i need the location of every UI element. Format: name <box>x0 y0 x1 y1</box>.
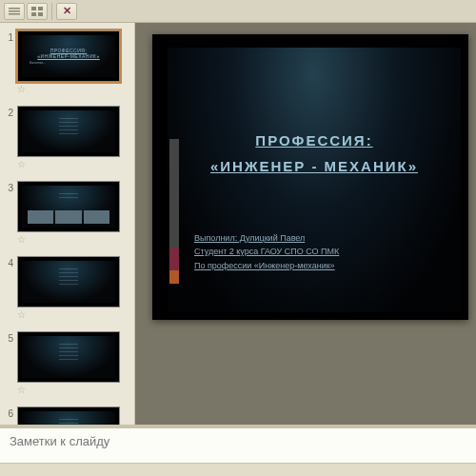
thumbnail-slide[interactable]: ПРОФЕССИЯ:«ИНЖЕНЕР-МЕХАНИК» Выполнил… <box>17 30 120 82</box>
view-toolbar: ✕ <box>0 0 476 23</box>
animation-star-icon: ☆ <box>17 84 120 94</box>
thumbnail-number: 2 <box>4 106 13 118</box>
animation-star-icon: ☆ <box>17 309 120 320</box>
thumb-sub-text: Выполнил… <box>30 61 46 65</box>
thumbnail-slide[interactable]: ––––––––––––––––––––––––––––––––––––––––… <box>17 256 120 307</box>
thumbnail-5[interactable]: 5 ––––––––––––––––––––––––––––––––––––––… <box>4 331 130 395</box>
animation-star-icon: ☆ <box>17 159 120 169</box>
thumb-title-text: ПРОФЕССИЯ:«ИНЖЕНЕР-МЕХАНИК» <box>37 48 99 59</box>
toolbar-separator <box>51 3 52 20</box>
animation-star-icon: ☆ <box>17 385 120 395</box>
thumbnail-4[interactable]: 4 ––––––––––––––––––––––––––––––––––––––… <box>4 256 130 320</box>
slide-editor[interactable]: ПРОФЕССИЯ: «ИНЖЕНЕР - МЕХАНИК» Выполнил:… <box>135 23 476 425</box>
svg-rect-1 <box>9 10 20 12</box>
thumbnail-number: 1 <box>4 30 13 43</box>
main-area: 1 ПРОФЕССИЯ:«ИНЖЕНЕР-МЕХАНИК» Выполнил… … <box>0 23 476 425</box>
outline-view-button[interactable] <box>4 3 25 20</box>
thumbnail-slide[interactable]: ––––––––––––––––––––––––––––––––––––––––… <box>17 106 120 157</box>
svg-rect-4 <box>38 7 43 10</box>
thumbnail-6[interactable]: 6 –––––––––––––––––––––––– ☆ <box>4 407 130 425</box>
status-bar <box>0 463 476 476</box>
outline-icon <box>9 7 20 16</box>
thumbnail-slide[interactable]: ––––––––––––––––––––––––––––––––––––––––… <box>17 331 120 383</box>
slide-background: ПРОФЕССИЯ: «ИНЖЕНЕР - МЕХАНИК» Выполнил:… <box>168 48 461 312</box>
svg-rect-0 <box>9 8 20 10</box>
thumbnail-number: 5 <box>4 331 13 344</box>
svg-rect-3 <box>31 7 36 10</box>
thumbnail-3[interactable]: 3 –––––––––––––––––––––––– ☆ <box>4 181 130 245</box>
grid-icon <box>31 7 43 16</box>
notes-placeholder: Заметки к слайду <box>10 434 109 448</box>
svg-rect-6 <box>38 12 43 16</box>
animation-star-icon: ☆ <box>17 234 120 245</box>
thumbnail-1[interactable]: 1 ПРОФЕССИЯ:«ИНЖЕНЕР-МЕХАНИК» Выполнил… … <box>4 30 130 94</box>
slide-title-text[interactable]: ПРОФЕССИЯ: «ИНЖЕНЕР - МЕХАНИК» <box>168 128 461 179</box>
close-pane-button[interactable]: ✕ <box>56 3 77 20</box>
close-icon: ✕ <box>63 5 71 17</box>
svg-rect-5 <box>31 12 36 16</box>
thumbnail-2[interactable]: 2 ––––––––––––––––––––––––––––––––––––––… <box>4 106 130 169</box>
thumbnail-number: 6 <box>4 407 13 419</box>
thumbnail-slide[interactable]: –––––––––––––––––––––––– <box>17 181 120 232</box>
thumbnail-number: 3 <box>4 181 13 193</box>
notes-pane[interactable]: Заметки к слайду <box>0 425 476 463</box>
thumbnail-number: 4 <box>4 256 13 268</box>
thumbnail-slide[interactable]: –––––––––––––––––––––––– <box>17 407 120 425</box>
slide-thumbnail-panel[interactable]: 1 ПРОФЕССИЯ:«ИНЖЕНЕР-МЕХАНИК» Выполнил… … <box>0 23 135 425</box>
slide-author-text[interactable]: Выполнил: Дулицкий Павел Студент 2 курса… <box>194 231 339 272</box>
current-slide[interactable]: ПРОФЕССИЯ: «ИНЖЕНЕР - МЕХАНИК» Выполнил:… <box>152 34 468 320</box>
svg-rect-2 <box>9 13 20 15</box>
slide-sorter-view-button[interactable] <box>27 3 48 20</box>
